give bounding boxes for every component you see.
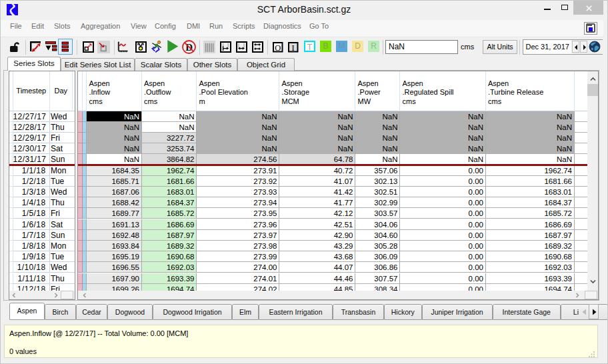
svg-text:O: O <box>275 43 281 53</box>
svg-text:I: I <box>292 43 295 53</box>
